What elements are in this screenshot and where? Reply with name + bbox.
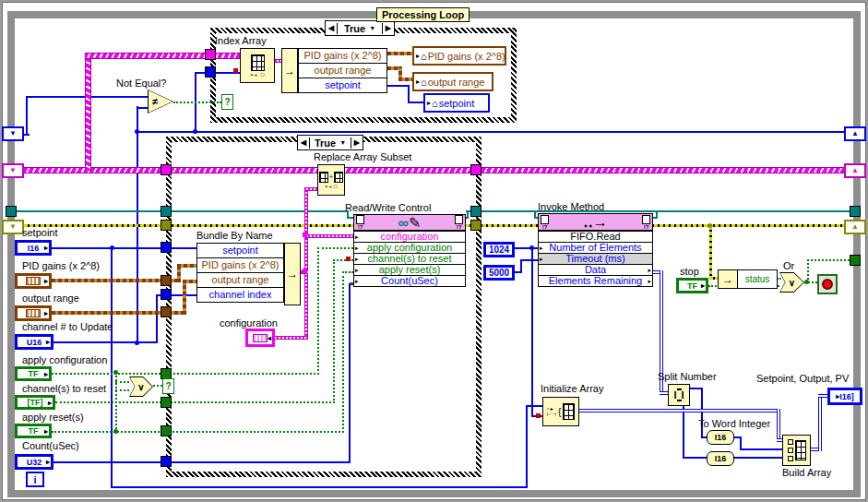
next-case-arrow[interactable]: ▶ — [383, 21, 394, 35]
configuration-label: configuration — [220, 317, 278, 329]
prev-case-arrow[interactable]: ◀ — [326, 21, 337, 35]
bundle-row-channel-index[interactable]: channel index — [196, 287, 284, 303]
wire — [818, 394, 822, 451]
wire-junction — [135, 341, 139, 345]
wire — [52, 247, 196, 249]
split-number-label: Split Number — [658, 371, 717, 382]
control-arrow: ▸ — [701, 281, 705, 290]
tunnel-fpga-ref-right — [850, 206, 861, 217]
wire — [466, 224, 845, 227]
case-selector-terminal-update: ? — [162, 378, 174, 394]
global-pid-gains[interactable]: ▸ ⌂ PID gains (x 2^8) — [412, 46, 506, 66]
global-house-icon: ⌂ — [421, 51, 427, 62]
wire — [579, 409, 780, 412]
wire — [777, 409, 780, 441]
rwc-row-count-usec[interactable]: ▸Count(uSec) — [353, 275, 466, 287]
shift-register-left-error: ▼ — [2, 220, 24, 234]
constant-timeout[interactable]: 5000 — [483, 265, 515, 281]
wire — [466, 210, 850, 212]
tunnel-channels-reset — [161, 397, 172, 408]
bundle-row-output-range[interactable]: output range — [196, 272, 284, 288]
terminal-label-output-range: output range — [22, 293, 79, 304]
global-setpoint[interactable]: ▸ ⌂ setpoint — [423, 93, 490, 113]
bundle-by-name-label: Bundle By Name — [196, 230, 273, 241]
invoke-method-header[interactable]: !? ‥→ !? — [538, 213, 653, 231]
array-grid-icon — [563, 403, 575, 420]
labview-block-diagram: ▼ ▼ ▼ ▲ ▲ ▲ ? ? ≠ ▪·+ □ → PID gains (x 2… — [0, 0, 868, 502]
constant-number-of-elements[interactable]: 1024 — [483, 242, 515, 257]
wire — [273, 336, 308, 340]
split-number-node[interactable]: I I — [668, 384, 690, 406]
processing-loop-label: Processing Loop — [376, 7, 470, 22]
setpoint-output-pv-indicator[interactable]: ▸ I16] — [827, 388, 862, 405]
terminal-label-setpoint: setpoint — [22, 227, 58, 238]
unbundle-node[interactable]: → — [281, 48, 298, 93]
terminal-apply-resets[interactable]: TF▸ — [15, 424, 52, 438]
unbundle-row-pid-gains[interactable]: PID gains (x 2^8) — [298, 48, 387, 64]
initialize-array-node[interactable]: ▫·▸⊢⊣ { — [542, 397, 579, 426]
im-row-elements-remaining[interactable]: Elements Remaining▸ — [538, 275, 653, 287]
shift-register-left-config: ▼ — [2, 163, 24, 178]
dropdown-icon: ▼ — [339, 139, 346, 146]
unbundle-arrow-icon: → — [722, 273, 733, 286]
wire-junction — [110, 245, 114, 250]
stop-terminal[interactable]: TF▸ — [676, 278, 708, 293]
case-selector-update[interactable]: ◀ True▼ ▶ — [297, 135, 363, 150]
next-case-arrow[interactable]: ▶ — [351, 136, 363, 149]
tunnel-config-array — [205, 49, 216, 60]
unbundle-row-setpoint[interactable]: setpoint — [298, 78, 387, 93]
tunnel-channel-index — [205, 66, 216, 78]
wire-junction — [193, 129, 197, 134]
bundle-by-name-node[interactable]: → — [284, 243, 301, 305]
tunnel-pid-gains — [161, 275, 172, 286]
or-glyph: ∨ — [137, 382, 144, 392]
configuration-indicator[interactable]: ◂ — [245, 329, 275, 347]
wire — [683, 457, 707, 459]
wire — [653, 217, 658, 219]
wire — [408, 85, 410, 102]
tunnel-config-in — [161, 164, 172, 175]
wire — [177, 264, 196, 268]
pencil-icon: ✎ — [409, 215, 421, 231]
tunnel-config-out — [470, 164, 482, 175]
terminal-count-usec[interactable]: U32▸ — [15, 454, 54, 470]
loop-condition-terminal[interactable] — [817, 274, 838, 294]
read-write-control-header[interactable]: !? ∞✎ !? — [353, 214, 466, 231]
prev-case-arrow[interactable]: ◀ — [298, 136, 309, 149]
terminal-channels-to-reset[interactable]: [TF]▸ — [15, 395, 55, 410]
fpga-page-icon: !? — [455, 215, 463, 230]
terminal-setpoint[interactable]: I16▸ — [15, 240, 52, 256]
wire — [173, 102, 221, 103]
wire — [85, 53, 242, 59]
terminal-output-range[interactable]: ▸ — [15, 305, 52, 321]
wire-junction — [529, 245, 534, 250]
unbundle-status-node[interactable]: → — [718, 269, 738, 289]
shift-register-right-channel: ▲ — [844, 126, 866, 141]
tunnel-output-range — [161, 306, 172, 317]
wire — [807, 259, 850, 261]
status-field[interactable]: status — [737, 269, 778, 289]
to-word-integer-node[interactable]: I16 — [707, 451, 734, 466]
replace-array-subset-node[interactable]: + ▪·+ □ — [317, 164, 345, 196]
bundle-row-pid-gains[interactable]: PID gains (x 2^8) — [196, 257, 284, 273]
wire-junction — [804, 280, 809, 284]
wire — [317, 247, 353, 249]
terminal-apply-configuration[interactable]: TF▸ — [15, 366, 52, 381]
tunnel-fpga-ref-left — [6, 206, 17, 217]
invoke-method-rows: FIFO.Read ▸Number of Elements ▸Timeout (… — [538, 231, 653, 287]
wire — [333, 259, 335, 403]
bundle-row-setpoint[interactable]: setpoint — [196, 243, 284, 258]
terminal-label-count-usec: Count(uSec) — [22, 440, 79, 451]
to-word-integer-node[interactable]: I16 — [707, 430, 734, 445]
index-array-node[interactable]: ▪·+ □ — [240, 48, 275, 83]
global-output-range[interactable]: ▸ ⌂ output range — [412, 72, 493, 91]
tunnel-error-out — [470, 220, 482, 231]
shift-register-left-channel: ▼ — [2, 126, 24, 141]
unbundle-row-output-range[interactable]: output range — [298, 63, 387, 78]
case-selector-processing[interactable]: ◀ True▼ ▶ — [325, 20, 395, 36]
read-write-control-rows: ▸configuration ▸apply configuration ▸cha… — [353, 231, 466, 287]
terminal-channel-to-update[interactable]: U16▸ — [15, 334, 54, 350]
wire — [526, 405, 542, 407]
build-array-node[interactable] — [782, 435, 811, 466]
terminal-pid-gains[interactable]: ▸ — [15, 273, 52, 289]
